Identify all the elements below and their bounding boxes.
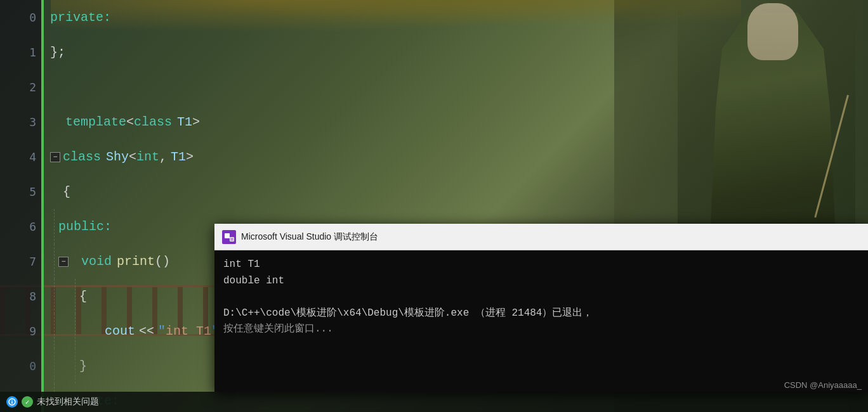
line-num-5: 5 xyxy=(0,174,41,209)
keyword-template: template xyxy=(65,115,126,129)
stream-op-1: << xyxy=(139,324,154,338)
keyword-class-4: class xyxy=(63,150,101,164)
code-line-3: template < class T1 > xyxy=(50,105,868,139)
guide-line-10a xyxy=(54,349,55,383)
line-num-4: 4 xyxy=(0,139,41,174)
collapse-func-box[interactable]: − xyxy=(58,257,69,267)
guide-line-9b xyxy=(75,314,76,349)
brace-close-10: } xyxy=(79,359,87,373)
status-bar: ✓ 未找到相关问题 xyxy=(0,392,868,412)
console-press-key: 按任意键关闭此窗口... xyxy=(223,321,859,338)
line-num-9: 9 xyxy=(0,314,41,349)
console-empty-line xyxy=(223,289,859,306)
brace-open-8: { xyxy=(79,289,87,304)
quote-open: " xyxy=(158,324,166,338)
template-angle-close: > xyxy=(186,150,194,164)
svg-point-2 xyxy=(11,400,13,401)
console-titlebar: Microsoft Visual Studio 调试控制台 xyxy=(214,224,868,250)
code-line-1: }; xyxy=(50,35,868,70)
guide-line-10b xyxy=(75,349,76,383)
console-path-line: D:\C++\code\模板进阶\x64\Debug\模板进阶.exe （进程 … xyxy=(223,306,859,322)
line-num-8: 8 xyxy=(0,279,41,314)
keyword-private-0: private: xyxy=(50,10,111,25)
status-label: 未找到相关问题 xyxy=(37,396,99,408)
check-icon: ✓ xyxy=(22,396,33,408)
template-param-t1: T1 xyxy=(177,115,192,129)
guide-line-9a xyxy=(54,314,55,349)
editor-area: 0 1 2 3 4 5 6 7 8 9 0 1 private: }; temp… xyxy=(0,0,868,412)
line-num-1: 1 xyxy=(0,35,41,70)
line-num-3: 3 xyxy=(0,105,41,139)
code-line-4: − class Shy < int , T1 > xyxy=(50,139,868,174)
line-num-6: 6 xyxy=(0,209,41,244)
code-line-5: { xyxy=(50,174,868,209)
angle-close: > xyxy=(192,115,200,129)
guide-line-7a xyxy=(54,244,55,279)
template-param-t1-2: T1 xyxy=(171,150,186,164)
vs-icon xyxy=(222,230,236,244)
template-angle-open: < xyxy=(129,150,136,164)
console-output-2: double int xyxy=(223,273,859,290)
line-num-10: 0 xyxy=(0,349,41,383)
comma: , xyxy=(159,150,167,164)
line-num-7: 7 xyxy=(0,244,41,279)
keyword-void: void xyxy=(81,254,112,269)
class-name-shy: Shy xyxy=(106,150,129,164)
brace-open-5: { xyxy=(63,184,70,199)
cout-identifier: cout xyxy=(105,324,135,338)
console-title: Microsoft Visual Studio 调试控制台 xyxy=(241,231,378,243)
guide-line-8b xyxy=(75,279,76,314)
console-output-1: int T1 xyxy=(223,257,859,273)
punct-1: }; xyxy=(50,45,65,60)
csdn-watermark: CSDN @Aniyaaaaa_ xyxy=(784,380,862,390)
paren-open-7: () xyxy=(155,254,170,269)
guide-line-6 xyxy=(54,209,55,244)
active-line-indicator xyxy=(41,0,44,412)
line-num-2: 2 xyxy=(0,70,41,105)
line-num-0: 0 xyxy=(0,0,41,35)
code-line-2 xyxy=(50,70,868,105)
keyword-class: class xyxy=(134,115,172,129)
info-icon xyxy=(6,396,18,408)
angle-open: < xyxy=(126,115,134,129)
string-content: int T1 xyxy=(166,324,211,338)
console-body[interactable]: int T1 double int D:\C++\code\模板进阶\x64\D… xyxy=(214,250,868,392)
keyword-public: public: xyxy=(58,219,112,234)
type-int: int xyxy=(136,150,159,164)
func-name-print: print xyxy=(117,254,155,269)
svg-rect-1 xyxy=(11,401,12,404)
code-line-0: private: xyxy=(50,0,868,35)
guide-line-8a xyxy=(54,279,55,314)
line-numbers-gutter: 0 1 2 3 4 5 6 7 8 9 0 1 xyxy=(0,0,41,412)
console-window: Microsoft Visual Studio 调试控制台 int T1 dou… xyxy=(214,224,868,392)
collapse-class-box[interactable]: − xyxy=(50,152,60,162)
